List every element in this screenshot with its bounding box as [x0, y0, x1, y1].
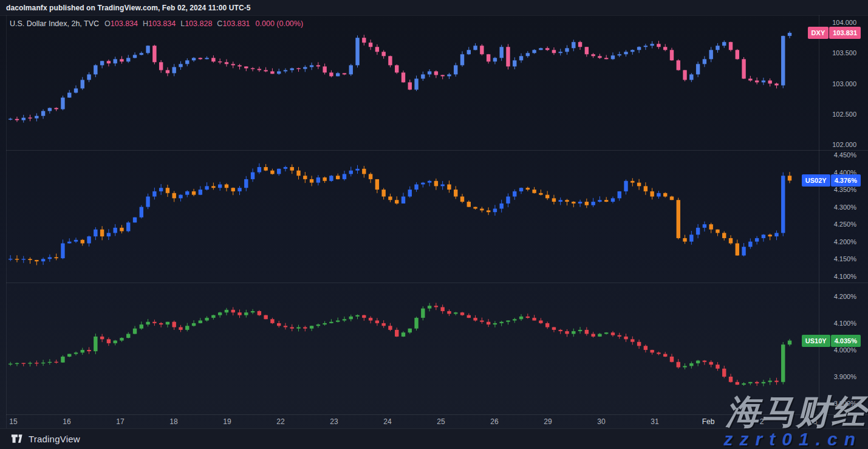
badge-symbol: US02Y: [802, 174, 830, 187]
pane-dxy[interactable]: [0, 15, 819, 150]
symbol-title[interactable]: U.S. Dollar Index, 2h, TVC: [10, 19, 99, 28]
badge-value: 103.831: [829, 27, 861, 39]
badge-value: 4.035%: [831, 335, 861, 347]
ohlc-item: H103.834: [143, 19, 176, 28]
us10y-price-badge: US10Y4.035%: [802, 335, 861, 347]
price-scale[interactable]: [819, 15, 868, 414]
badge-value: 4.376%: [831, 174, 861, 187]
tradingview-brand[interactable]: TradingView: [11, 433, 80, 444]
watermark-cn: 海马财经: [726, 395, 867, 429]
badge-symbol: US10Y: [802, 335, 830, 347]
brand-text: TradingView: [29, 434, 80, 444]
change-value: 0.000 (0.00%): [256, 19, 304, 28]
ohlc-item: L103.828: [180, 19, 212, 28]
dxy-price-badge: DXY103.831: [808, 27, 861, 39]
publish-info-text: dacolmanfx published on TradingView.com,…: [6, 4, 251, 12]
ohlc-item: C103.831: [217, 19, 250, 28]
badge-symbol: DXY: [808, 27, 829, 39]
us02y-price-badge: US02Y4.376%: [802, 174, 861, 187]
watermark-url: zzrt01.cn: [724, 430, 862, 448]
ohlc-values: O103.834H103.834L103.828C103.831: [104, 19, 250, 28]
tradingview-logo-icon: [11, 433, 24, 444]
pane-us02y[interactable]: [0, 150, 819, 283]
ohlc-item: O103.834: [104, 19, 138, 28]
publish-info-bar: dacolmanfx published on TradingView.com,…: [0, 0, 868, 15]
pane-us10y[interactable]: [0, 283, 819, 414]
symbol-legend: U.S. Dollar Index, 2h, TVC O103.834H103.…: [10, 19, 303, 28]
tradingview-snapshot: dacolmanfx published on TradingView.com,…: [0, 0, 868, 449]
